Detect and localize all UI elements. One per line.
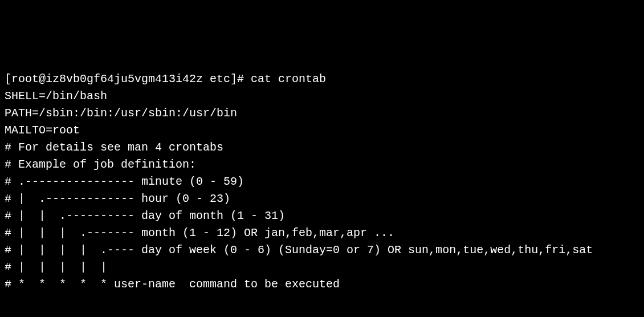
- shell-prompt: [root@iz8vb0gf64ju5vgm413i42z etc]#: [5, 72, 251, 86]
- command-text: cat crontab: [251, 72, 326, 86]
- output-line: # * * * * * user-name command to be exec…: [5, 276, 639, 293]
- output-line: # | | .---------- day of month (1 - 31): [5, 208, 639, 225]
- output-line: # .---------------- minute (0 - 59): [5, 173, 639, 190]
- output-line: # For details see man 4 crontabs: [5, 139, 639, 156]
- output-line: # | .------------- hour (0 - 23): [5, 190, 639, 208]
- prompt-line: [root@iz8vb0gf64ju5vgm413i42z etc]# cat …: [5, 71, 639, 88]
- output-line: # | | | .------- month (1 - 12) OR jan,f…: [5, 225, 639, 242]
- output-line: # Example of job definition:: [5, 156, 639, 173]
- output-line: # | | | | |: [5, 259, 639, 276]
- output-line: PATH=/sbin:/bin:/usr/sbin:/usr/bin: [5, 105, 639, 122]
- output-line: # | | | | .---- day of week (0 - 6) (Sun…: [5, 242, 639, 259]
- output-line: MAILTO=root: [5, 122, 639, 139]
- terminal-output: [root@iz8vb0gf64ju5vgm413i42z etc]# cat …: [5, 71, 639, 293]
- output-line: SHELL=/bin/bash: [5, 88, 639, 105]
